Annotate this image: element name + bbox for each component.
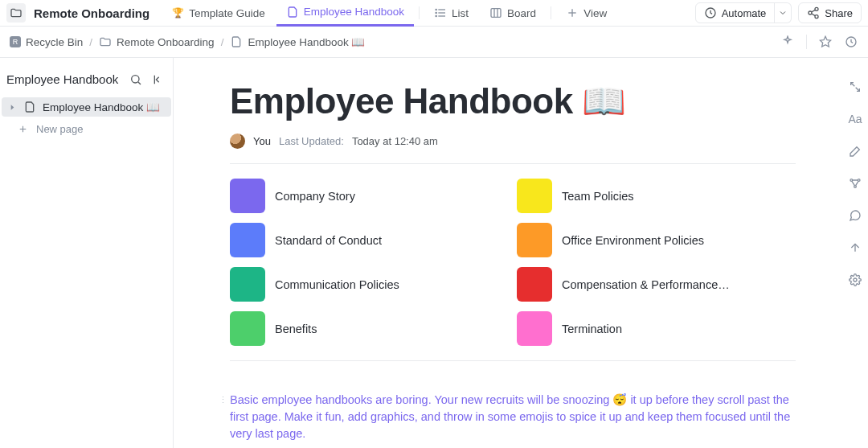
star-icon xyxy=(819,35,832,48)
author-label: You xyxy=(253,135,271,147)
sidebar-new-page[interactable]: New page xyxy=(0,117,173,138)
sparkle-button[interactable] xyxy=(780,35,795,49)
typography-button[interactable]: Aa xyxy=(847,111,863,127)
comments-button[interactable] xyxy=(847,208,863,224)
tab-employee-handbook[interactable]: Employee Handbook xyxy=(276,0,414,27)
card-label: Termination xyxy=(562,323,622,335)
workspace-name: Remote Onboarding xyxy=(34,6,149,20)
share-button[interactable]: Share xyxy=(798,2,862,23)
svg-point-5 xyxy=(436,15,436,16)
svg-point-31 xyxy=(854,278,857,282)
topbar-right: Automate Share xyxy=(695,2,862,23)
svg-line-25 xyxy=(851,83,855,87)
card-label: Communication Policies xyxy=(275,278,399,291)
plus-icon xyxy=(566,6,579,19)
tab-template-guide[interactable]: 🏆 Template Guide xyxy=(162,0,275,27)
card-5[interactable]: Compensation & Performance Re... xyxy=(517,267,796,302)
folder-icon xyxy=(10,6,23,19)
sidebar-title-row: Employee Handbook xyxy=(0,72,173,97)
page-title[interactable]: Employee Handbook 📖 xyxy=(230,80,796,122)
automate-chevron[interactable] xyxy=(774,2,792,23)
trophy-icon: 🏆 xyxy=(172,7,184,18)
main: Employee Handbook Employee Handbook 📖 Ne… xyxy=(0,58,868,448)
card-7[interactable]: Termination xyxy=(517,311,796,346)
svg-point-29 xyxy=(854,186,857,188)
card-swatch xyxy=(517,311,552,346)
svg-point-13 xyxy=(809,11,812,14)
tab-add-view[interactable]: View xyxy=(556,0,616,27)
history-button[interactable] xyxy=(844,35,858,49)
body-paragraph[interactable]: ⋮⋮ Basic employee handbooks are boring. … xyxy=(230,392,796,442)
card-swatch xyxy=(517,179,552,213)
star-button[interactable] xyxy=(818,35,833,49)
sidebar-item-label: Employee Handbook 📖 xyxy=(43,101,160,113)
clock-icon xyxy=(845,35,858,48)
doc-icon xyxy=(286,6,299,18)
drag-handle-icon[interactable]: ⋮⋮ xyxy=(219,394,235,407)
sparkle-icon xyxy=(781,35,794,48)
chevron-right-icon xyxy=(8,103,17,112)
card-swatch xyxy=(230,179,265,213)
folder-button[interactable] xyxy=(6,3,26,23)
topbar: Remote Onboarding 🏆 Template Guide Emplo… xyxy=(0,0,868,27)
card-label: Company Story xyxy=(275,190,355,203)
card-4[interactable]: Communication Policies xyxy=(230,267,509,302)
tab-board[interactable]: Board xyxy=(480,0,546,27)
ai-button[interactable] xyxy=(847,143,863,159)
card-swatch xyxy=(517,223,552,257)
card-1[interactable]: Team Policies xyxy=(517,179,796,213)
svg-marker-22 xyxy=(11,105,14,109)
relations-button[interactable] xyxy=(847,175,863,191)
card-grid: Company StoryTeam PoliciesStandard of Co… xyxy=(230,179,796,361)
tab-list[interactable]: List xyxy=(424,0,478,27)
card-swatch xyxy=(230,311,265,346)
settings-button[interactable] xyxy=(847,272,863,288)
collapse-icon[interactable] xyxy=(152,73,165,86)
divider xyxy=(806,35,807,49)
card-2[interactable]: Standard of Conduct xyxy=(230,223,509,257)
svg-line-26 xyxy=(856,88,860,92)
board-icon xyxy=(489,6,502,19)
right-rail: Aa xyxy=(842,79,868,288)
svg-rect-6 xyxy=(491,9,501,18)
expand-button[interactable] xyxy=(847,79,863,95)
doc-icon xyxy=(230,35,243,48)
gear-icon xyxy=(849,273,862,286)
nodes-icon xyxy=(849,177,862,190)
chat-icon xyxy=(849,209,862,222)
breadcrumb-current[interactable]: Employee Handbook 📖 xyxy=(230,35,365,48)
svg-marker-17 xyxy=(820,36,830,47)
card-swatch xyxy=(517,267,552,302)
breadcrumb-remote-onboarding[interactable]: Remote Onboarding xyxy=(99,35,215,48)
updated-label: Last Updated: xyxy=(279,135,344,147)
svg-point-19 xyxy=(132,75,139,82)
card-6[interactable]: Benefits xyxy=(230,311,509,346)
breadcrumb-separator: / xyxy=(221,36,224,48)
divider xyxy=(419,6,420,19)
search-icon[interactable] xyxy=(129,73,142,86)
breadcrumb-separator: / xyxy=(89,36,92,48)
breadcrumb-recycle-bin[interactable]: R Recycle Bin xyxy=(10,36,83,48)
sidebar: Employee Handbook Employee Handbook 📖 Ne… xyxy=(0,58,174,448)
folder-icon xyxy=(99,35,112,48)
card-3[interactable]: Office Environment Policies xyxy=(517,223,796,257)
svg-point-12 xyxy=(815,7,818,10)
doc-meta: You Last Updated: Today at 12:40 am xyxy=(230,134,796,164)
avatar[interactable] xyxy=(230,134,245,149)
sidebar-item-handbook[interactable]: Employee Handbook 📖 xyxy=(2,97,171,117)
svg-point-4 xyxy=(436,12,436,13)
updated-value: Today at 12:40 am xyxy=(352,135,438,147)
card-label: Team Policies xyxy=(562,190,633,203)
automate-button[interactable]: Automate xyxy=(695,2,776,23)
share-icon xyxy=(807,6,820,19)
send-icon xyxy=(849,241,862,254)
card-0[interactable]: Company Story xyxy=(230,179,509,213)
breadcrumb-actions xyxy=(780,35,858,49)
list-icon xyxy=(434,6,447,19)
card-swatch xyxy=(230,267,265,302)
card-label: Compensation & Performance Re... xyxy=(562,278,731,291)
content-area: Aa Employee Handbook 📖 You Last Updated:… xyxy=(174,58,868,448)
sidebar-title: Employee Handbook xyxy=(6,72,118,86)
svg-point-14 xyxy=(815,15,818,18)
share-rail-button[interactable] xyxy=(847,240,863,256)
